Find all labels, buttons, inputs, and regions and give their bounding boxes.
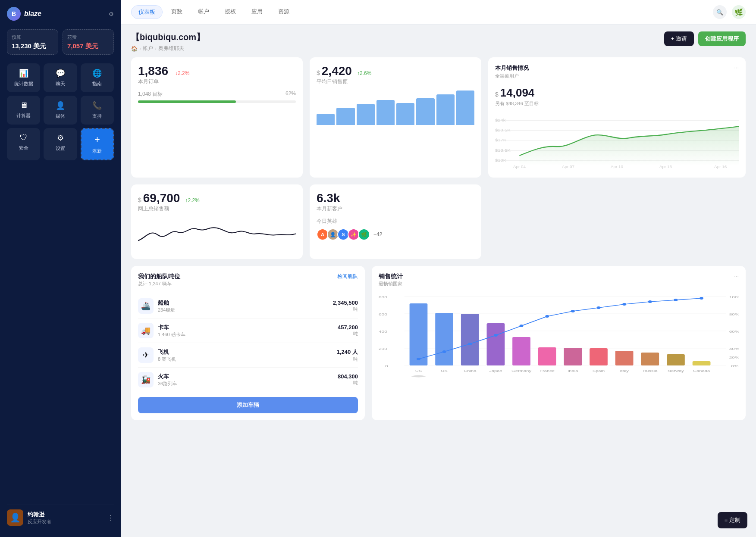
heroes-label: 今日英雄 [317, 218, 474, 225]
progress-bar [138, 100, 296, 103]
svg-rect-34 [486, 323, 505, 365]
tab-dashboard[interactable]: 仪表板 [131, 5, 163, 19]
svg-text:Apr 10: Apr 10 [611, 165, 623, 169]
fleet-link[interactable]: 检阅舰队 [337, 273, 358, 280]
settings-icon[interactable]: ⚙ [109, 11, 114, 17]
sidebar-item-guide[interactable]: 🌐 指南 [81, 63, 114, 92]
sidebar-item-add[interactable]: + 添新 [81, 128, 114, 160]
invite-button[interactable]: + 邀请 [664, 31, 694, 46]
new-customers-label: 本月新客户 [317, 205, 474, 212]
svg-text:400: 400 [379, 330, 387, 334]
svg-text:US: US [415, 369, 422, 373]
user-menu-icon[interactable]: ⋮ [107, 514, 114, 522]
bar-7 [436, 94, 455, 125]
sales-stats-menu[interactable]: ··· [734, 273, 739, 279]
fleet-truck-value-section: 457,200 吨 [338, 324, 358, 337]
svg-rect-36 [538, 347, 556, 365]
new-customers-value: 6.3k [317, 191, 340, 205]
progress-label: 1,048 目标 62% [138, 91, 296, 98]
stats-icon: 📊 [19, 69, 28, 78]
fleet-ship-value-section: 2,345,500 吨 [333, 300, 358, 312]
avg-sales-chart [317, 91, 474, 125]
nav-label-support: 支持 [92, 113, 102, 119]
sidebar-item-media[interactable]: 👤 媒体 [44, 96, 77, 125]
svg-text:100%: 100% [729, 295, 739, 299]
tab-apps[interactable]: 应用 [245, 5, 270, 19]
svg-text:Spain: Spain [593, 369, 605, 373]
hero-avatar-5: 🌿 [358, 228, 370, 240]
breadcrumb: 🏠 › 帐户 › 奥弗维耶夫 [131, 45, 205, 52]
svg-text:Apr 04: Apr 04 [513, 165, 526, 169]
svg-point-50 [596, 306, 600, 309]
svg-text:France: France [540, 369, 555, 373]
sidebar-header: B blaze ⚙ [7, 7, 114, 21]
svg-point-47 [519, 325, 523, 327]
nav-tabs: 仪表板 页数 帐户 授权 应用 资源 [131, 5, 296, 19]
svg-text:Apr 16: Apr 16 [714, 165, 727, 169]
expense-label: 花费 [67, 34, 109, 41]
sales-stats-card: 销售统计 最畅销国家 ··· 800 600 [372, 266, 746, 420]
add-vehicle-button[interactable]: 添加车辆 [138, 397, 358, 413]
fleet-item-train: 🚂 火车 36路列车 804,300 吨 [138, 368, 358, 392]
sidebar-item-support[interactable]: 📞 支持 [81, 96, 114, 125]
bar-1 [317, 114, 335, 125]
sidebar-item-chat[interactable]: 💬 聊天 [44, 63, 77, 92]
fleet-ship-value: 2,345,500 [333, 300, 358, 306]
avg-sales-change: 2.6% [357, 70, 371, 76]
search-button[interactable]: 🔍 [713, 5, 727, 19]
create-app-button[interactable]: 创建应用程序 [698, 31, 746, 46]
budget-section: 预算 13,230 美元 花费 7,057 美元 [7, 29, 114, 55]
fleet-ship-unit: 吨 [333, 306, 358, 312]
sidebar-item-stats[interactable]: 📊 统计数据 [7, 63, 40, 92]
fleet-train-sub: 36路列车 [158, 381, 338, 387]
sidebar-item-calc[interactable]: 🖥 计算器 [7, 96, 40, 125]
svg-point-53 [674, 299, 678, 301]
chat-icon: 💬 [56, 69, 65, 78]
wavy-chart [138, 218, 296, 252]
fleet-train-value: 804,300 [338, 373, 358, 380]
bar-6 [416, 98, 434, 125]
tab-accounts[interactable]: 帐户 [191, 5, 216, 19]
monthly-sales-header: 本月销售情况 全渠道用户 [495, 64, 529, 79]
svg-text:Canada: Canada [693, 369, 710, 373]
svg-text:Italy: Italy [620, 369, 629, 373]
calc-icon: 🖥 [20, 101, 28, 110]
svg-text:200: 200 [379, 347, 387, 351]
orders-card: 1,836 2.2% 本月订单 1,048 目标 62% [131, 57, 303, 178]
fleet-plane-value: 1,240 人 [337, 348, 358, 356]
customize-button[interactable]: ≡ 定制 [718, 512, 747, 528]
orders-label: 本月订单 [138, 78, 296, 85]
bar-2 [336, 108, 354, 125]
sidebar: B blaze ⚙ 预算 13,230 美元 花费 7,057 美元 📊 统计数… [0, 0, 121, 537]
fleet-ship-name: 船舶 [158, 299, 333, 307]
avatar: 👤 [7, 509, 23, 526]
top-navigation: 仪表板 页数 帐户 授权 应用 资源 🔍 🌿 [121, 0, 756, 25]
tab-resources[interactable]: 资源 [271, 5, 296, 19]
nav-actions: 🔍 🌿 [713, 5, 746, 19]
sidebar-item-settings[interactable]: ⚙ 设置 [44, 128, 77, 160]
page-title: 【biqubiqu.com】 [131, 31, 205, 43]
svg-text:Apr 13: Apr 13 [659, 165, 672, 169]
plane-icon: ✈ [138, 347, 154, 363]
fleet-train-value-section: 804,300 吨 [338, 373, 358, 386]
sales-stats-subtitle: 最畅销国家 [379, 281, 403, 287]
tab-pages[interactable]: 页数 [164, 5, 189, 19]
budget-label: 预算 [12, 34, 53, 41]
user-avatar-button[interactable]: 🌿 [732, 5, 746, 19]
nav-grid: 📊 统计数据 💬 聊天 🌐 指南 🖥 计算器 👤 媒体 📞 支持 🛡 安全 ⚙ [7, 63, 114, 160]
budget-card: 预算 13,230 美元 [7, 29, 58, 55]
user-profile: 👤 约翰逊 反应开发者 ⋮ [7, 505, 114, 530]
sidebar-item-security[interactable]: 🛡 安全 [7, 128, 40, 160]
avg-sales-label: 平均日销售额 [317, 78, 474, 85]
user-info: 约翰逊 反应开发者 [28, 511, 107, 525]
svg-point-52 [648, 300, 652, 303]
fleet-item-ship: 🚢 船舶 234艘艇 2,345,500 吨 [138, 294, 358, 318]
svg-text:Apr 07: Apr 07 [562, 165, 574, 169]
svg-rect-32 [435, 313, 453, 365]
fleet-truck-info: 卡车 1,460 磅卡车 [158, 324, 338, 338]
monthly-sales-card: 本月销售情况 全渠道用户 ··· $ 14,094 另有 $48,346 至目标 [488, 57, 746, 178]
nav-label-media: 媒体 [56, 113, 65, 119]
tab-auth[interactable]: 授权 [218, 5, 243, 19]
svg-point-43 [417, 358, 420, 360]
monthly-sales-menu[interactable]: ··· [734, 64, 739, 71]
